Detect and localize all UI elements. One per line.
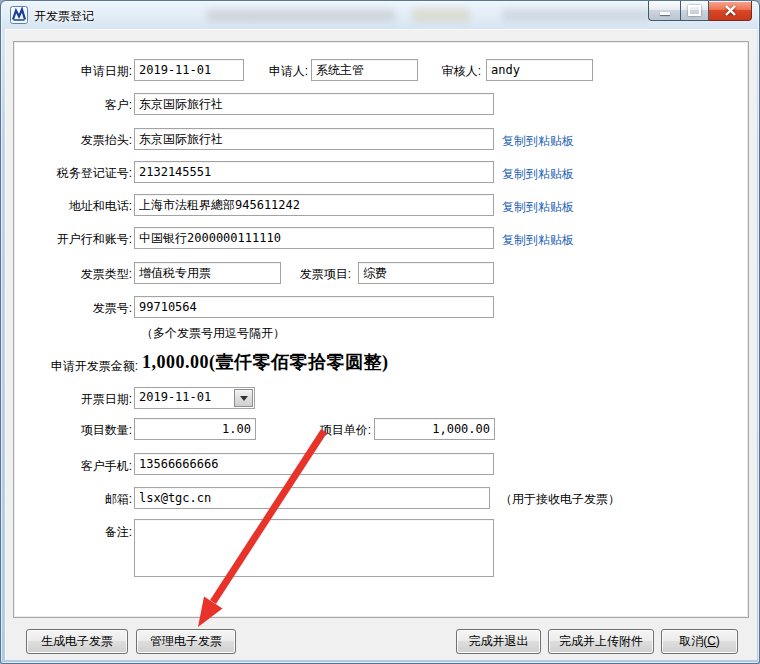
customer-label: 客户: (31, 97, 132, 114)
invoice-no-label: 发票号: (31, 300, 132, 317)
unit-price-input[interactable]: 1,000.00 (374, 418, 495, 440)
issue-date-combobox[interactable]: 2019-11-01 (134, 387, 255, 409)
email-hint: （用于接收电子发票） (500, 491, 620, 508)
applicant-input[interactable]: 系统主管 (311, 59, 418, 81)
close-icon (724, 5, 737, 16)
manage-einvoice-button[interactable]: 管理电子发票 (136, 629, 236, 654)
aero-glass-smudge (411, 8, 471, 22)
invoice-item-input[interactable]: 综费 (358, 262, 494, 284)
mobile-label: 客户手机: (31, 458, 132, 475)
aero-glass-smudge (206, 9, 396, 22)
invoice-title-input[interactable]: 东京国际旅行社 (134, 128, 494, 150)
cancel-label-prefix: 取消( (679, 634, 707, 648)
auditor-input[interactable]: andy (486, 59, 593, 81)
minimize-button[interactable] (648, 1, 680, 21)
issue-date-dropdown-button[interactable] (234, 389, 253, 407)
cancel-label-suffix: ) (716, 634, 720, 648)
amount-label: 申请开发票金额: (11, 358, 138, 375)
app-icon (10, 6, 28, 24)
auditor-label: 审核人: (413, 63, 481, 80)
copy-to-clipboard-link[interactable]: 复制到粘贴板 (502, 133, 574, 150)
close-button[interactable] (709, 1, 752, 21)
minimize-icon (660, 12, 670, 15)
apply-date-input[interactable]: 2019-11-01 (134, 59, 244, 81)
titlebar[interactable]: 开发票登记 (1, 1, 759, 29)
invoice-title-label: 发票抬头: (31, 132, 132, 149)
window-controls (648, 1, 752, 21)
tax-reg-no-input[interactable]: 2132145551 (134, 161, 494, 183)
window-title: 开发票登记 (34, 8, 94, 25)
email-label: 邮箱: (31, 491, 132, 508)
cancel-access-key: C (707, 634, 716, 648)
invoice-registration-window: 开发票登记 申请日期: 2019-11-01 申请人: 系统主管 审核人: an… (0, 0, 760, 664)
email-input[interactable]: lsx@tgc.cn (134, 487, 490, 509)
invoice-no-input[interactable]: 99710564 (134, 296, 494, 318)
invoice-type-input[interactable]: 增值税专用票 (134, 262, 281, 284)
maximize-button[interactable] (680, 1, 709, 21)
address-phone-input[interactable]: 上海市法租界總部945611242 (134, 194, 494, 216)
copy-to-clipboard-link[interactable]: 复制到粘贴板 (502, 199, 574, 216)
remark-label: 备注: (31, 524, 132, 541)
address-phone-label: 地址和电话: (31, 198, 132, 215)
unit-price-label: 项目单价: (293, 422, 371, 439)
finish-exit-button[interactable]: 完成并退出 (456, 629, 541, 654)
cancel-button[interactable]: 取消(C) (661, 629, 738, 654)
tax-reg-no-label: 税务登记证号: (31, 165, 132, 182)
copy-to-clipboard-link[interactable]: 复制到粘贴板 (502, 232, 574, 249)
apply-date-label: 申请日期: (31, 63, 132, 80)
mobile-input[interactable]: 13566666666 (134, 453, 494, 475)
issue-date-label: 开票日期: (31, 391, 132, 408)
copy-to-clipboard-link[interactable]: 复制到粘贴板 (502, 166, 574, 183)
generate-einvoice-button[interactable]: 生成电子发票 (26, 629, 128, 654)
maximize-icon (688, 5, 701, 16)
aero-glass-smudge (501, 9, 651, 21)
invoice-item-label: 发票项目: (281, 266, 351, 283)
invoice-type-label: 发票类型: (31, 266, 132, 283)
quantity-input[interactable]: 1.00 (134, 418, 256, 440)
applicant-label: 申请人: (241, 63, 308, 80)
amount-value: 1,000.00(壹仟零佰零拾零圆整) (142, 350, 389, 374)
quantity-label: 项目数量: (31, 422, 132, 439)
bank-account-input[interactable]: 中国银行2000000111110 (134, 227, 494, 249)
customer-input[interactable]: 东京国际旅行社 (134, 93, 494, 115)
remark-textarea[interactable] (134, 519, 494, 577)
invoice-no-hint: （多个发票号用逗号隔开） (141, 325, 285, 342)
finish-upload-button[interactable]: 完成并上传附件 (548, 629, 654, 654)
issue-date-value: 2019-11-01 (139, 390, 211, 404)
bank-account-label: 开户行和账号: (31, 231, 132, 248)
chevron-down-icon (240, 396, 248, 401)
